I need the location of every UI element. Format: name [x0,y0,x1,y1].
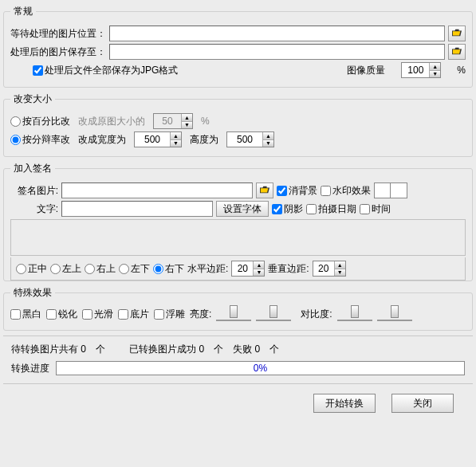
browse-sig-pic-button[interactable] [256,182,273,198]
legend-effects: 特殊效果 [10,286,55,300]
input-sig-text[interactable] [61,201,213,217]
checkbox-negative[interactable]: 底片 [118,308,149,321]
bg-color-swatches[interactable] [374,182,407,198]
spin-quality[interactable]: ▲▼ [401,62,441,78]
label-brightness: 亮度: [190,308,211,321]
group-signature: 加入签名 签名图片: 消背景 水印效果 文字: 设置字体 阴影 拍摄日期 时间 … [3,162,473,281]
label-sig-pic: 签名图片: [10,184,58,198]
spin-width[interactable]: ▲▼ [134,131,182,147]
checkbox-emboss[interactable]: 浮雕 [154,308,185,321]
label-height: 高度为 [190,133,218,147]
done-count: 0 [199,343,204,355]
label-quality: 图像质量 [347,64,385,77]
folder-open-icon [451,46,462,58]
chevron-down-icon[interactable]: ▼ [262,139,273,147]
checkbox-watermark[interactable]: 水印效果 [321,184,371,198]
progress-bar: 0% [56,361,465,375]
label-percent-hint: 改成原图大小的 [78,115,145,128]
radio-pos-tl[interactable]: 左上 [50,262,81,276]
label-contrast: 对比度: [301,308,332,321]
checkbox-bw[interactable]: 黑白 [10,308,41,321]
radio-pos-br[interactable]: 右下 [153,262,184,276]
chevron-down-icon[interactable]: ▼ [253,269,264,277]
group-effects: 特殊效果 黑白 锐化 光滑 底片 浮雕 亮度: 对比度: [3,286,473,331]
start-button[interactable]: 开始转换 [313,394,376,413]
label-progress: 转换进度 [11,362,49,375]
label-sig-text: 文字: [10,202,58,216]
checkbox-remove-bg[interactable]: 消背景 [277,184,317,198]
spin-hmargin[interactable]: ▲▼ [231,261,265,277]
fail-count: 0 [254,343,260,355]
label-vmargin: 垂直边距: [268,262,309,276]
radio-by-percent[interactable]: 按百分比改 [10,115,70,128]
folder-open-icon [259,185,270,197]
label-source: 等待处理的图片位置： [10,27,106,41]
browse-dest-button[interactable] [448,44,466,60]
legend-general: 常规 [10,5,36,18]
chevron-down-icon: ▼ [181,121,192,129]
radio-pos-tr[interactable]: 右上 [85,262,116,276]
slider-brightness[interactable] [216,307,251,321]
checkbox-time[interactable]: 时间 [360,202,391,216]
chevron-down-icon[interactable]: ▼ [334,269,345,277]
checkbox-smooth[interactable]: 光滑 [82,308,113,321]
radio-by-resolution[interactable]: 按分辩率改 [10,133,70,147]
spin-vmargin[interactable]: ▲▼ [313,261,346,277]
chevron-up-icon[interactable]: ▲ [253,261,264,269]
checkbox-shoot-date[interactable]: 拍摄日期 [306,202,356,216]
label-dest: 处理后的图片保存至： [10,45,106,59]
group-resize: 改变大小 按百分比改 改成原图大小的 ▲▼ % 按分辩率改 改成宽度为 ▲▼ 高… [3,92,473,157]
close-button[interactable]: 关闭 [391,394,454,413]
chevron-up-icon[interactable]: ▲ [170,132,181,139]
slider-brightness-2[interactable] [256,307,291,321]
chevron-up-icon[interactable]: ▲ [334,261,345,269]
label-width: 改成宽度为 [78,133,126,147]
legend-resize: 改变大小 [10,92,55,106]
chevron-down-icon[interactable]: ▼ [429,70,440,78]
pending-count: 0 [81,343,86,355]
font-settings-button[interactable]: 设置字体 [216,201,269,217]
group-general: 常规 等待处理的图片位置： 处理后的图片保存至： 处理后文件全部保存为JPG格式… [3,5,473,88]
signature-preview [10,219,466,256]
radio-pos-bl[interactable]: 左下 [119,262,150,276]
chevron-down-icon[interactable]: ▼ [170,139,181,147]
checkbox-sharpen[interactable]: 锐化 [46,308,77,321]
spin-height[interactable]: ▲▼ [226,131,274,147]
slider-contrast-2[interactable] [377,307,412,321]
status-row: 待转换图片共有 0 个 已转换图片成功 0 个 失败 0 个 [3,339,473,359]
legend-signature: 加入签名 [10,162,55,175]
input-sig-pic[interactable] [61,182,253,198]
input-dest[interactable] [109,44,445,60]
checkbox-shadow[interactable]: 阴影 [272,202,303,216]
separator [3,383,473,384]
radio-pos-center[interactable]: 正中 [16,262,47,276]
separator [3,336,473,336]
chevron-up-icon[interactable]: ▲ [429,63,440,70]
label-hmargin: 水平边距: [187,262,228,276]
browse-source-button[interactable] [448,26,466,41]
spin-percent: ▲▼ [153,113,193,129]
chevron-up-icon: ▲ [181,114,192,121]
chevron-up-icon[interactable]: ▲ [262,132,273,139]
slider-contrast[interactable] [337,307,372,321]
folder-open-icon [451,28,462,40]
checkbox-save-jpg[interactable]: 处理后文件全部保存为JPG格式 [33,64,178,77]
input-source[interactable] [109,26,445,41]
label-quality-unit: % [457,65,466,76]
